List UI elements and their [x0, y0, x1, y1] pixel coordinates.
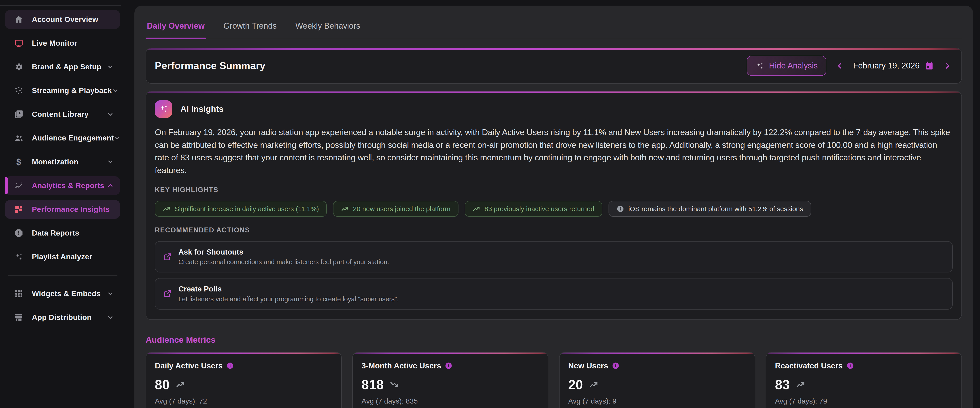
chevron-down-icon: [107, 314, 114, 321]
sidebar-item-analytics-reports[interactable]: Analytics & Reports: [5, 176, 120, 195]
info-icon[interactable]: [846, 362, 854, 370]
metric-value: 80: [155, 377, 170, 392]
recommended-actions-list: Ask for Shoutouts Create personal connec…: [155, 241, 953, 309]
sidebar-item-monetization[interactable]: $ Monetization: [5, 153, 120, 171]
key-highlights-badges: Significant increase in daily active use…: [155, 201, 953, 217]
action-title: Create Polls: [178, 285, 399, 293]
info-icon[interactable]: [612, 362, 619, 370]
sidebar-item-widgets-embeds[interactable]: Widgets & Embeds: [5, 284, 120, 303]
key-highlights-label: KEY HIGHLIGHTS: [155, 186, 953, 194]
sidebar-item-audience-engagement[interactable]: Audience Engagement: [5, 129, 120, 148]
highlight-badge: 83 previously inactive users returned: [465, 201, 603, 217]
sidebar-item-app-distribution[interactable]: App Distribution: [5, 308, 120, 327]
metric-title: Daily Active Users: [155, 361, 223, 370]
sparkles-icon: [755, 62, 764, 70]
ai-insights-title: AI Insights: [180, 104, 224, 114]
metric-average: Avg (7 days): 835: [362, 397, 539, 405]
info-icon[interactable]: [445, 362, 452, 370]
sidebar-item-live-monitor[interactable]: Live Monitor: [5, 34, 120, 53]
next-day-button[interactable]: [942, 61, 953, 71]
sidebar-item-label: Analytics & Reports: [32, 182, 104, 190]
info-icon[interactable]: [226, 362, 234, 370]
trend-up-icon: [795, 379, 805, 390]
metric-average: Avg (7 days): 72: [155, 397, 332, 405]
info-icon: [617, 205, 624, 213]
metric-value: 20: [568, 377, 583, 392]
sidebar-item-performance-insights[interactable]: Performance Insights: [5, 200, 120, 219]
metric-average: Avg (7 days): 9: [568, 397, 746, 405]
chevron-down-icon: [107, 158, 114, 165]
trending-up-icon: [163, 205, 170, 213]
sidebar-nav: Account Overview Live Monitor Brand & Ap…: [0, 6, 125, 336]
external-link-icon: [164, 253, 172, 261]
dashboard-icon: [14, 204, 24, 215]
metric-card-reactivated-users: Reactivated Users 83 Avg (7 days): 79 +5…: [766, 352, 962, 408]
app-window: Account Overview Live Monitor Brand & Ap…: [0, 0, 980, 408]
sidebar-item-streaming-playback[interactable]: Streaming & Playback: [5, 81, 120, 100]
metric-value: 83: [775, 377, 790, 392]
sidebar-item-label: Streaming & Playback: [32, 86, 112, 95]
chevron-down-icon: [112, 87, 119, 94]
tab-bar: Daily Overview Growth Trends Weekly Beha…: [146, 17, 962, 39]
sidebar-item-label: Widgets & Embeds: [32, 290, 101, 298]
chevron-down-icon: [107, 64, 114, 70]
scatter-dots-icon: [14, 86, 24, 96]
action-description: Let listeners vote and affect your progr…: [178, 295, 399, 303]
sidebar-item-data-reports[interactable]: Data Reports: [5, 224, 120, 242]
sidebar-item-label: Monetization: [32, 158, 78, 166]
trend-up-icon: [589, 379, 599, 390]
sidebar-item-label: Performance Insights: [32, 205, 110, 214]
sidebar-item-label: Data Reports: [32, 229, 79, 237]
audience-metrics-row: Daily Active Users 80 Avg (7 days): 72 +…: [146, 352, 962, 408]
metric-card-daily-active-users: Daily Active Users 80 Avg (7 days): 72 +…: [146, 352, 342, 408]
sidebar-item-label: Audience Engagement: [32, 134, 114, 142]
calendar-icon[interactable]: [924, 61, 934, 70]
sidebar-item-label: Live Monitor: [32, 39, 77, 48]
trending-up-icon: [473, 205, 480, 213]
performance-summary-card: Performance Summary Hide Analysis Februa…: [146, 48, 962, 83]
monitor-icon: [14, 38, 24, 48]
home-icon: [14, 14, 24, 24]
hide-analysis-label: Hide Analysis: [769, 61, 818, 70]
trend-down-icon: [389, 379, 399, 390]
sidebar-item-label: Content Library: [32, 110, 89, 118]
sparkles-icon: [14, 252, 24, 262]
chevron-down-icon: [107, 290, 114, 297]
chevron-down-icon: [114, 135, 121, 142]
sidebar-item-playlist-analyzer[interactable]: Playlist Analyzer: [5, 247, 120, 266]
metric-value: 818: [362, 377, 384, 392]
sidebar-item-label: App Distribution: [32, 313, 91, 322]
sidebar-divider: [8, 275, 118, 276]
dollar-icon: $: [14, 157, 24, 167]
hide-analysis-button[interactable]: Hide Analysis: [747, 56, 826, 76]
sidebar-item-brand-app-setup[interactable]: Brand & App Setup: [5, 57, 120, 76]
sidebar-item-label: Account Overview: [32, 15, 98, 24]
chevron-down-icon: [107, 111, 114, 118]
metric-title: Reactivated Users: [775, 361, 843, 370]
sidebar-item-content-library[interactable]: Content Library: [5, 105, 120, 124]
metric-title: 3-Month Active Users: [362, 361, 441, 370]
tab-weekly-behaviors[interactable]: Weekly Behaviors: [294, 17, 361, 39]
current-date: February 19, 2026: [853, 61, 920, 70]
previous-day-button[interactable]: [834, 61, 845, 71]
ai-insights-header: AI Insights: [155, 100, 953, 118]
sidebar-item-account-overview[interactable]: Account Overview: [5, 10, 120, 29]
tab-daily-overview[interactable]: Daily Overview: [146, 17, 206, 39]
grid-icon: [14, 289, 24, 299]
highlight-badge: Significant increase in daily active use…: [155, 201, 327, 217]
ai-insights-card: AI Insights On February 19, 2026, your r…: [146, 91, 962, 320]
metric-title: New Users: [568, 361, 608, 370]
tab-growth-trends[interactable]: Growth Trends: [222, 17, 278, 39]
video-library-icon: [14, 109, 24, 120]
ai-insights-paragraph: On February 19, 2026, your radio station…: [155, 126, 953, 177]
recommended-actions-label: RECOMMENDED ACTIONS: [155, 226, 953, 234]
sidebar-item-label: Playlist Analyzer: [32, 253, 92, 261]
external-link-icon: [164, 290, 172, 298]
metric-card-new-users: New Users 20 Avg (7 days): 9 +122.22% vs…: [559, 352, 755, 408]
action-description: Create personal connections and make lis…: [178, 258, 389, 266]
page-title: Performance Summary: [155, 60, 266, 71]
action-ask-for-shoutouts[interactable]: Ask for Shoutouts Create personal connec…: [155, 241, 953, 273]
analytics-sparkline-icon: [14, 180, 24, 191]
metric-card-3-month-active-users: 3-Month Active Users 818 Avg (7 days): 8…: [352, 352, 548, 408]
action-create-polls[interactable]: Create Polls Let listeners vote and affe…: [155, 278, 953, 309]
